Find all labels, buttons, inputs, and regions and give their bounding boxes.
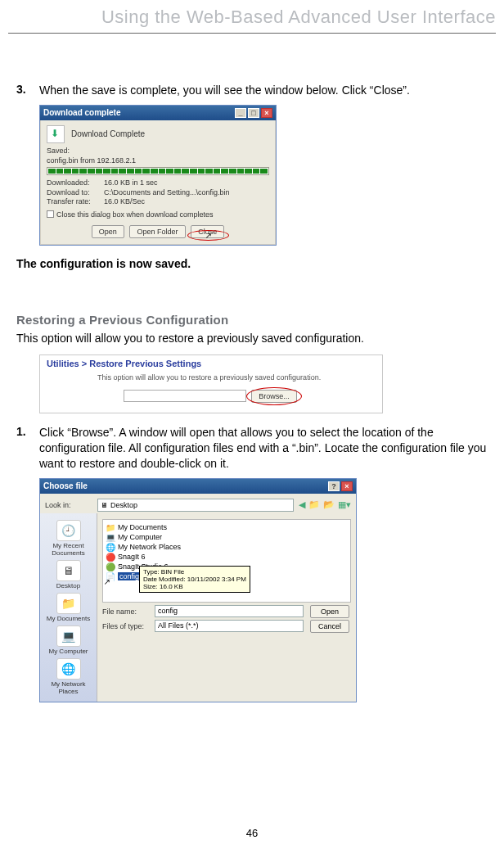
- step-number: 3.: [16, 83, 39, 96]
- file-tooltip: Type: BIN File Date Modified: 10/11/2002…: [139, 566, 250, 593]
- window-close-button[interactable]: ×: [261, 108, 272, 118]
- dialog-title: Download complete: [43, 108, 120, 117]
- restore-panel-desc: This option will allow you to restore a …: [97, 373, 376, 382]
- app-icon: 🟢: [106, 562, 115, 571]
- filetype-label: Files of type:: [102, 622, 150, 630]
- restore-heading: Restoring a Previous Configuration: [16, 313, 488, 327]
- step-1: 1. Click “Browse”. A window will open th…: [16, 425, 488, 472]
- breadcrumb-page: Restore Previous Settings: [89, 359, 201, 368]
- file-name: config: [118, 572, 141, 580]
- sidebar-label: My Network Places: [51, 680, 85, 695]
- desktop-icon: 🖥: [56, 560, 81, 581]
- list-item[interactable]: 🔴SnagIt 6: [106, 553, 348, 562]
- sidebar-label: Desktop: [56, 582, 80, 589]
- download-to-label: Download to:: [47, 188, 104, 198]
- tooltip-type: Type: BIN File: [143, 568, 246, 576]
- config-saved-statement: The configuration is now saved.: [16, 257, 488, 270]
- filename-label: File name:: [102, 607, 150, 616]
- browse-button[interactable]: Browse...: [251, 390, 297, 403]
- window-close-button[interactable]: ×: [341, 481, 353, 491]
- sidebar-label: My Documents: [47, 615, 90, 622]
- restore-file-input[interactable]: [124, 390, 246, 402]
- view-menu-icon[interactable]: ▦▾: [338, 499, 351, 510]
- look-in-select[interactable]: 🖥Desktop: [97, 499, 294, 512]
- sidebar-desktop[interactable]: 🖥Desktop: [42, 560, 95, 589]
- transfer-rate-value: 16.0 KB/Sec: [104, 197, 145, 207]
- help-button[interactable]: ?: [328, 481, 340, 491]
- choose-file-dialog: Choose file ? × Look in: 🖥Desktop ◀ 📁 📂 …: [39, 478, 357, 702]
- sidebar-recent[interactable]: 🕘My Recent Documents: [42, 520, 95, 557]
- sidebar-mydocs[interactable]: 📁My Documents: [42, 593, 95, 622]
- download-to-value: C:\Documents and Setting...\config.bin: [104, 188, 230, 198]
- file-icon: 📄: [106, 572, 115, 581]
- close-button[interactable]: Close: [191, 225, 224, 238]
- app-icon: 🔴: [106, 553, 115, 562]
- file-name: My Network Places: [118, 543, 181, 551]
- desktop-icon: 🖥: [101, 501, 108, 509]
- breadcrumb-prefix: Utilities >: [47, 359, 89, 368]
- file-name: SnagIt 6: [118, 553, 146, 561]
- close-when-done-label: Close this dialog box when download comp…: [56, 210, 214, 219]
- saved-path: config.bin from 192.168.2.1: [47, 156, 269, 165]
- transfer-rate-label: Transfer rate:: [47, 197, 104, 207]
- progress-bar: [47, 167, 269, 175]
- look-in-label: Look in:: [45, 501, 92, 509]
- recent-icon: 🕘: [56, 520, 81, 541]
- list-item[interactable]: 📁My Documents: [106, 523, 348, 532]
- step-3: 3. When the save is complete, you will s…: [16, 83, 488, 98]
- restore-settings-panel: Utilities > Restore Previous Settings Th…: [39, 355, 383, 413]
- download-complete-label: Download Complete: [71, 129, 145, 138]
- filename-input[interactable]: config: [155, 605, 304, 617]
- sidebar-label: My Recent Documents: [52, 542, 84, 557]
- computer-icon: 💻: [106, 533, 115, 542]
- restore-description: This option will allow you to restore a …: [16, 332, 488, 345]
- open-button[interactable]: Open: [92, 225, 124, 238]
- dialog-title: Choose file: [43, 481, 88, 490]
- sidebar-mycomputer[interactable]: 💻My Computer: [42, 625, 95, 655]
- cancel-button[interactable]: Cancel: [310, 620, 349, 633]
- close-when-done-checkbox[interactable]: [47, 210, 54, 218]
- step-text: When the save is complete, you will see …: [39, 83, 410, 98]
- file-name: My Computer: [118, 533, 162, 541]
- page-header: Using the Web-Based Advanced User Interf…: [0, 0, 504, 33]
- page-number: 46: [0, 827, 504, 839]
- back-icon[interactable]: ◀: [299, 499, 305, 510]
- open-button[interactable]: Open: [310, 605, 349, 618]
- tooltip-size: Size: 16.0 KB: [143, 583, 246, 590]
- network-icon: 🌐: [106, 543, 115, 552]
- download-icon: [47, 125, 65, 143]
- step-number: 1.: [16, 425, 39, 438]
- maximize-button[interactable]: □: [248, 108, 259, 118]
- restore-breadcrumb: Utilities > Restore Previous Settings: [47, 359, 376, 368]
- download-complete-dialog: Download complete _ □ × Download Complet…: [39, 105, 277, 246]
- file-name: My Documents: [118, 523, 167, 531]
- page-content: 3. When the save is complete, you will s…: [0, 34, 504, 702]
- places-sidebar: 🕘My Recent Documents 🖥Desktop 📁My Docume…: [40, 513, 97, 702]
- folder-icon: 📁: [56, 593, 81, 614]
- saved-label: Saved:: [47, 147, 269, 155]
- sidebar-label: My Computer: [48, 648, 88, 655]
- open-folder-button[interactable]: Open Folder: [129, 225, 185, 238]
- list-item[interactable]: 💻My Computer: [106, 533, 348, 542]
- look-in-value: Desktop: [110, 501, 137, 509]
- downloaded-label: Downloaded:: [47, 178, 104, 188]
- downloaded-value: 16.0 KB in 1 sec: [104, 178, 158, 188]
- file-list[interactable]: 📁My Documents 💻My Computer 🌐My Network P…: [102, 519, 351, 603]
- minimize-button[interactable]: _: [235, 108, 246, 118]
- filetype-select[interactable]: All Files (*.*): [155, 620, 304, 632]
- network-icon: 🌐: [56, 658, 81, 680]
- folder-icon: 📁: [106, 523, 115, 532]
- new-folder-icon[interactable]: 📂: [323, 499, 335, 510]
- computer-icon: 💻: [56, 625, 81, 647]
- up-icon[interactable]: 📁: [308, 499, 320, 510]
- step-text: Click “Browse”. A window will open that …: [39, 425, 488, 472]
- dialog-titlebar: Choose file ? ×: [40, 479, 356, 494]
- list-item[interactable]: 🌐My Network Places: [106, 543, 348, 552]
- tooltip-modified: Date Modified: 10/11/2002 3:34 PM: [143, 576, 246, 583]
- dialog-titlebar: Download complete _ □ ×: [40, 106, 276, 120]
- sidebar-network[interactable]: 🌐My Network Places: [42, 658, 95, 695]
